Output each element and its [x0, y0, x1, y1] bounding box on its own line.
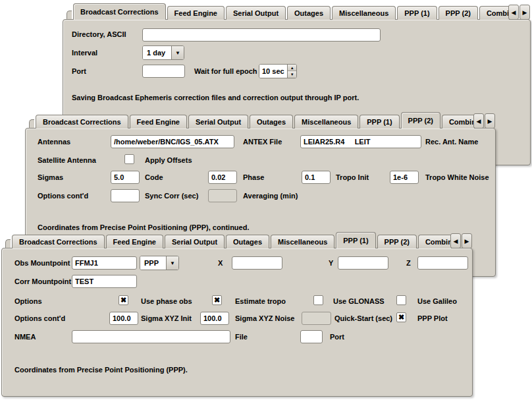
- right-arrow-icon: ▶: [465, 238, 469, 245]
- file-label: File: [235, 333, 248, 341]
- z-input[interactable]: [417, 256, 468, 270]
- use-phase-obs-label: Use phase obs: [141, 297, 192, 305]
- estimate-tropo-checkbox[interactable]: ✖: [212, 295, 222, 305]
- tab-ppp-1[interactable]: PPP (1): [359, 115, 399, 129]
- left-arrow-icon: ◀: [512, 9, 516, 16]
- tab-scroll-right-button[interactable]: ▶: [485, 113, 495, 129]
- nmea-port-input[interactable]: [300, 330, 323, 343]
- tab-combination[interactable]: Combin: [479, 6, 509, 20]
- port-label: Port: [330, 333, 344, 341]
- tab-outages[interactable]: Outages: [287, 6, 331, 20]
- tab-scroll-left-button[interactable]: ◀: [508, 5, 519, 20]
- interval-label: Interval: [72, 49, 97, 57]
- tab-scroll-right-button[interactable]: ▶: [462, 233, 472, 248]
- averaging-label: Averaging (min): [243, 192, 298, 200]
- ppp-plot-checkbox[interactable]: ✖: [396, 312, 406, 322]
- spinner-down-icon[interactable]: ▼: [288, 71, 297, 78]
- tab-broadcast-corrections[interactable]: Broadcast Corrections: [73, 3, 166, 20]
- tab-ppp-2[interactable]: PPP (2): [401, 112, 440, 129]
- use-galileo-checkbox[interactable]: [396, 295, 406, 305]
- corr-mountpoint-label: Corr Mountpoint: [14, 277, 71, 285]
- tab-frame-notch: [29, 119, 34, 129]
- tab-scroll-left-button[interactable]: ◀: [473, 113, 484, 129]
- tab-miscellaneous[interactable]: Miscellaneous: [332, 6, 396, 20]
- ppp-plot-label: PPP Plot: [417, 314, 448, 322]
- tab-ppp-2[interactable]: PPP (2): [439, 6, 478, 20]
- tab-bar: Broadcast Corrections Feed Engine Serial…: [1, 232, 473, 248]
- antennas-label: Antennas: [38, 138, 70, 146]
- wait-epoch-spinner[interactable]: 10 sec ▲ ▼: [259, 64, 297, 78]
- tab-ppp-2[interactable]: PPP (2): [377, 235, 417, 248]
- sigma-xyz-init-input[interactable]: [109, 312, 138, 325]
- spinner-up-icon[interactable]: ▲: [288, 65, 297, 71]
- chevron-down-icon[interactable]: ▼: [171, 46, 184, 59]
- tab-broadcast-corrections[interactable]: Broadcast Corrections: [12, 235, 105, 248]
- port-input[interactable]: [142, 65, 185, 78]
- tab-feed-engine[interactable]: Feed Engine: [130, 115, 187, 129]
- tab-frame-notch: [66, 11, 72, 20]
- x-input[interactable]: [232, 256, 282, 270]
- options-label: Options: [14, 297, 42, 305]
- ppp-mode-value: PPP: [140, 256, 166, 270]
- tab-strip: Broadcast Corrections Feed Engine Serial…: [63, 3, 509, 20]
- corr-mountpoint-input[interactable]: [72, 275, 137, 288]
- tropo-init-label: Tropo Init: [336, 173, 369, 181]
- tab-serial-output[interactable]: Serial Output: [188, 115, 248, 129]
- obs-mountpoint-input[interactable]: [72, 256, 137, 270]
- wait-full-epoch-label: Wait for full epoch: [194, 67, 257, 75]
- antex-file-input[interactable]: [300, 135, 421, 148]
- tab-serial-output[interactable]: Serial Output: [226, 6, 286, 20]
- use-glonass-checkbox[interactable]: [313, 295, 323, 305]
- right-arrow-icon: ▶: [488, 118, 492, 125]
- left-arrow-icon: ◀: [454, 238, 458, 245]
- tropo-init-input[interactable]: [390, 171, 419, 184]
- tab-strip: Broadcast Corrections Feed Engine Serial…: [25, 112, 474, 129]
- tab-combination[interactable]: Combin: [442, 115, 474, 129]
- tab-outages[interactable]: Outages: [250, 115, 293, 129]
- estimate-tropo-label: Estimate tropo: [235, 297, 286, 305]
- tab-ppp-1[interactable]: PPP (1): [397, 6, 437, 20]
- right-arrow-icon: ▶: [523, 9, 527, 16]
- left-arrow-icon: ◀: [477, 118, 481, 125]
- phase-input[interactable]: [302, 171, 331, 184]
- panel-description: Coordinates from Precise Point Positioni…: [14, 366, 188, 374]
- directory-ascii-input[interactable]: [142, 28, 381, 42]
- sync-corr-input: [208, 189, 237, 202]
- sigma-xyz-init-label: Sigma XYZ Init: [141, 314, 192, 322]
- tab-feed-engine[interactable]: Feed Engine: [167, 6, 225, 20]
- chevron-down-icon[interactable]: ▼: [166, 256, 178, 270]
- antennas-input[interactable]: [111, 135, 234, 148]
- nmea-input[interactable]: [72, 330, 230, 343]
- sigma-xyz-noise-input[interactable]: [200, 312, 229, 325]
- checkmark: ✖: [214, 297, 220, 304]
- tab-serial-output[interactable]: Serial Output: [165, 235, 225, 248]
- tab-broadcast-corrections[interactable]: Broadcast Corrections: [36, 115, 128, 129]
- use-phase-obs-checkbox[interactable]: ✖: [119, 295, 128, 305]
- panel-description: Saving Broadcast Ephemeris correction fi…: [72, 94, 359, 101]
- tab-combination[interactable]: Combin: [418, 235, 451, 248]
- interval-select[interactable]: 1 day ▼: [142, 45, 184, 60]
- y-input[interactable]: [338, 256, 388, 270]
- tab-outages[interactable]: Outages: [226, 235, 269, 248]
- y-label: Y: [329, 259, 333, 267]
- tab-bar: Broadcast Corrections Feed Engine Serial…: [25, 112, 496, 129]
- tab-ppp-1[interactable]: PPP (1): [336, 232, 375, 248]
- directory-ascii-label: Directory, ASCII: [72, 30, 126, 38]
- options-contd-label: Options cont'd: [38, 192, 88, 200]
- ppp-mode-select[interactable]: PPP ▼: [140, 256, 179, 270]
- options-contd-input[interactable]: [111, 189, 140, 202]
- satellite-antenna-checkbox[interactable]: [124, 154, 134, 164]
- tab-scroll-right-button[interactable]: ▶: [519, 5, 530, 20]
- sigma-xyz-noise-label: Sigma XYZ Noise: [235, 314, 294, 322]
- tab-miscellaneous[interactable]: Miscellaneous: [294, 115, 358, 129]
- code-input[interactable]: [208, 171, 237, 184]
- tab-miscellaneous[interactable]: Miscellaneous: [271, 235, 334, 248]
- tab-frame-notch: [5, 239, 11, 248]
- tab-strip: Broadcast Corrections Feed Engine Serial…: [1, 232, 451, 248]
- sigmas-input[interactable]: [111, 171, 140, 184]
- tab-feed-engine[interactable]: Feed Engine: [106, 235, 163, 248]
- code-label: Code: [145, 173, 163, 181]
- phase-label: Phase: [243, 173, 264, 181]
- rec-ant-name-label: Rec. Ant. Name: [425, 138, 478, 146]
- tab-scroll-left-button[interactable]: ◀: [450, 233, 461, 248]
